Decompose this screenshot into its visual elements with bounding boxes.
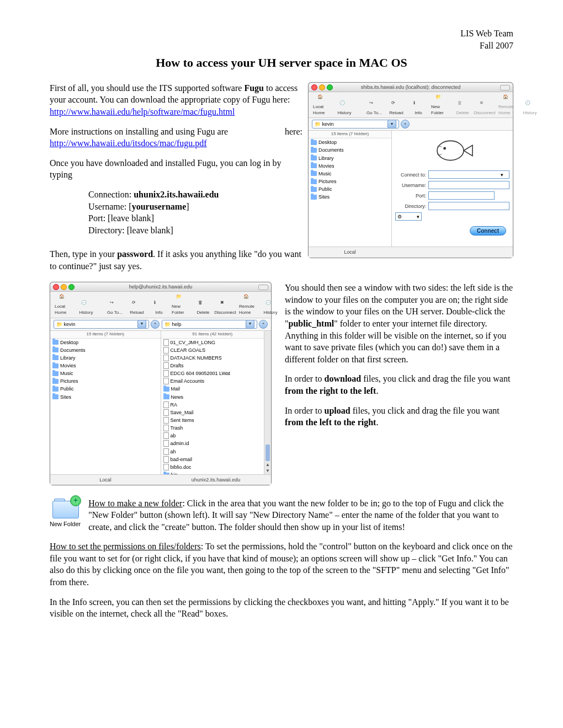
header-line1: LIS Web Team <box>460 29 513 38</box>
list-item[interactable]: Pictures <box>309 178 391 185</box>
delete-button: 🗑Delete <box>452 100 473 117</box>
list-item[interactable]: Drafts <box>161 362 264 370</box>
username-input[interactable] <box>428 181 509 189</box>
local-file-list[interactable]: DesktopDocumentsLibraryMoviesMusicPictur… <box>309 138 391 247</box>
list-item[interactable]: Desktop <box>309 138 391 146</box>
add-path-button[interactable]: + <box>259 320 268 329</box>
pdf-link[interactable]: http://www.hawaii.edu/itsdocs/mac/fugu.p… <box>50 138 207 148</box>
window-title: shiba.its.hawaii.edu (localhost): discon… <box>361 84 461 90</box>
delete-button[interactable]: 🗑Delete <box>193 299 214 317</box>
goto-button[interactable]: ↪Go To... <box>364 100 385 117</box>
local-path-select[interactable]: 📁 kevin ▾ <box>312 120 399 129</box>
reload-button[interactable]: ⟳Reload <box>386 100 407 117</box>
zoom-icon[interactable] <box>327 84 333 90</box>
new-folder-paragraph: How to make a new folder: Click in the a… <box>50 497 513 533</box>
remote-history-button[interactable]: 🕘History <box>260 299 281 317</box>
close-icon[interactable] <box>53 284 59 290</box>
connect-to-input[interactable]: ▾ <box>428 170 509 179</box>
local-path-select[interactable]: 📁 kevin▾ <box>54 320 149 329</box>
list-item[interactable]: Library <box>309 154 391 162</box>
remote-history-button: 🕘History <box>519 100 540 117</box>
list-item[interactable]: Sites <box>309 193 391 201</box>
toolbar-toggle-icon[interactable] <box>500 85 510 90</box>
list-item[interactable]: EDCG 604 09052001 LWat <box>161 370 264 377</box>
history-button[interactable]: 🕘History <box>76 299 97 317</box>
disconnect-button[interactable]: ✖Disconnect <box>215 299 236 317</box>
list-item[interactable]: Email Accounts <box>161 377 264 385</box>
fugu-logo-icon <box>431 137 475 164</box>
right-column-text: You should then see a window with two si… <box>285 282 513 436</box>
remote-path-select[interactable]: 📁 help▾ <box>162 320 257 329</box>
list-item[interactable]: Movies <box>309 162 391 170</box>
close-icon[interactable] <box>311 84 317 90</box>
remote-home-button: 🏠Remote Home <box>497 94 518 117</box>
permissions-paragraph-2: In the Info screen, you can then set the… <box>50 596 513 620</box>
options-select[interactable]: ⚙▾ <box>395 212 422 221</box>
list-item[interactable]: Mail <box>161 385 264 393</box>
info-button[interactable]: ℹInfo <box>408 100 429 117</box>
list-item[interactable]: Sites <box>50 393 161 401</box>
list-item[interactable]: RA <box>161 401 264 409</box>
list-item[interactable]: CLEAR GOALS <box>161 346 264 354</box>
add-path-button[interactable]: + <box>151 320 160 329</box>
list-item[interactable]: Pictures <box>50 377 161 385</box>
doc-header: LIS Web Team Fall 2007 <box>50 28 513 51</box>
new-folder-illustration: + New Folder <box>50 499 81 528</box>
scrollbar[interactable]: ▲▼ <box>264 331 271 474</box>
toolbar-toggle-icon[interactable] <box>258 285 268 290</box>
list-item[interactable]: Sent Items <box>161 416 264 424</box>
page-title: How to access your UH server space in MA… <box>50 55 513 71</box>
remote-file-list[interactable]: 01_CV_JMH_LONGCLEAR GOALSDATAJACK NUMBER… <box>161 339 264 474</box>
permissions-paragraph: How to set the permissions on files/fold… <box>50 540 513 588</box>
local-count: 15 items (7 hidden) <box>309 131 391 138</box>
minimize-icon[interactable] <box>61 284 67 290</box>
list-item[interactable]: Public <box>50 385 161 393</box>
local-file-list[interactable]: DesktopDocumentsLibraryMoviesMusicPictur… <box>50 339 161 474</box>
list-item[interactable]: admin.id <box>161 440 264 447</box>
list-item[interactable]: News <box>161 393 264 401</box>
history-button[interactable]: 🕘History <box>334 100 355 117</box>
list-item[interactable]: ab <box>161 432 264 440</box>
minimize-icon[interactable] <box>319 84 325 90</box>
info-button[interactable]: ℹInfo <box>148 299 169 317</box>
new-folder-button[interactable]: 📁New Folder <box>171 293 192 317</box>
list-item[interactable]: Documents <box>309 146 391 154</box>
list-item[interactable]: ah <box>161 448 264 456</box>
new-folder-button[interactable]: 📁New Folder <box>430 94 451 117</box>
zoom-icon[interactable] <box>68 284 75 290</box>
list-item[interactable]: 01_CV_JMH_LONG <box>161 339 264 346</box>
header-line2: Fall 2007 <box>480 41 513 50</box>
window-title: help@uhunix2.its.hawaii.edu <box>129 284 193 290</box>
list-item[interactable]: Public <box>309 185 391 193</box>
connect-panel: Connect to:▾ Username: Port: Directory: … <box>392 131 513 247</box>
fugu-screenshot-connected: help@uhunix2.its.hawaii.edu 🏠Local Home … <box>50 282 272 485</box>
reload-button[interactable]: ⟳Reload <box>126 299 147 317</box>
port-input[interactable] <box>428 191 495 200</box>
list-item[interactable]: Documents <box>50 346 161 354</box>
list-item[interactable]: Music <box>50 370 161 377</box>
fugu-screenshot-disconnected: shiba.its.hawaii.edu (localhost): discon… <box>308 82 513 258</box>
list-item[interactable]: Movies <box>50 362 161 370</box>
svg-point-0 <box>437 141 464 160</box>
toolbar: 🏠Local Home 🕘History ↪Go To... ⟳Reload ℹ… <box>309 92 513 119</box>
disconnect-button: ✖Disconnect <box>474 100 495 117</box>
svg-point-1 <box>443 147 446 150</box>
list-item[interactable]: bad-email <box>161 456 264 463</box>
local-home-button[interactable]: 🏠Local Home <box>54 293 75 317</box>
new-folder-icon: + <box>52 499 78 518</box>
remote-home-button[interactable]: 🏠Remote Home <box>238 293 259 317</box>
footer-local: Local <box>309 247 391 257</box>
list-item[interactable]: Save_Mail <box>161 409 264 416</box>
directory-input[interactable] <box>428 202 509 210</box>
list-item[interactable]: biblio.doc <box>161 463 264 471</box>
list-item[interactable]: Desktop <box>50 339 161 346</box>
local-home-button[interactable]: 🏠Local Home <box>312 94 333 117</box>
list-item[interactable]: Trash <box>161 424 264 432</box>
add-path-button[interactable]: + <box>401 120 410 129</box>
list-item[interactable]: Music <box>309 170 391 178</box>
goto-button[interactable]: ↪Go To... <box>104 299 125 317</box>
list-item[interactable]: DATAJACK NUMBERS <box>161 354 264 362</box>
list-item[interactable]: Library <box>50 354 161 362</box>
download-link[interactable]: http://www.hawaii.edu/help/software/mac/… <box>50 107 235 116</box>
connect-button[interactable]: Connect <box>470 226 506 235</box>
